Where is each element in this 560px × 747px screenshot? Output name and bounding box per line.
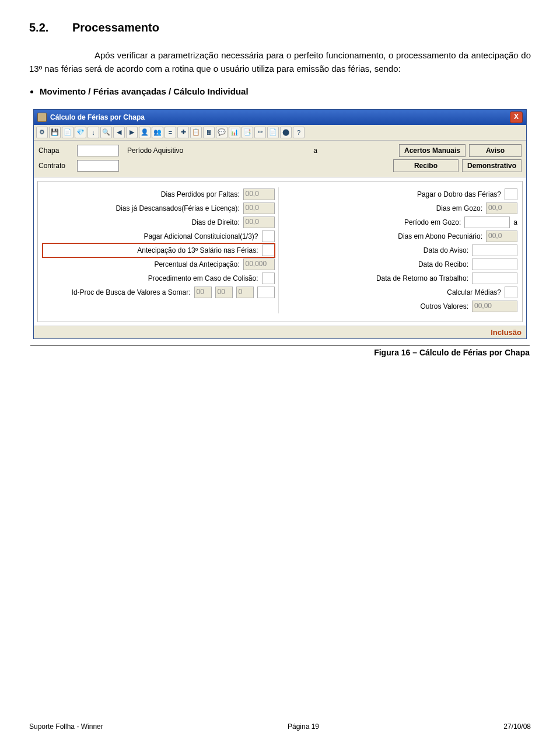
dialog-titlebar: Cálculo de Férias por Chapa X: [34, 110, 526, 125]
field-label: Calcular Médias?: [447, 288, 501, 296]
toolbar-button[interactable]: ◀: [113, 127, 125, 138]
toolbar-button[interactable]: ↓: [88, 127, 99, 138]
field-row: Dias Perdidos por Faltas: 00,0: [43, 187, 275, 201]
field-input[interactable]: [472, 259, 517, 270]
toolbar-button[interactable]: 🖩: [203, 127, 215, 138]
footer-left: Suporte Follha - Winner: [29, 722, 103, 731]
field-input[interactable]: 00,0: [243, 203, 275, 214]
field-label: Data do Aviso:: [424, 246, 468, 254]
field-input[interactable]: 00,000: [243, 259, 275, 270]
header-row: Chapa Período Aquisitivo a Acertos Manua…: [34, 141, 526, 177]
bullet-list: Movimento / Férias avançadas / Cálculo I…: [40, 86, 531, 96]
field-row: Data de Retorno ao Trabalho:: [286, 271, 518, 285]
field-row: Pagar Adicional Constituicional(1/3)?: [43, 229, 275, 243]
field-label: Outros Valores:: [421, 302, 468, 310]
field-row: Pagar o Dobro das Férias?: [286, 187, 518, 201]
field-row: Percentual da Antecipação: 00,000: [43, 257, 275, 271]
toolbar-button[interactable]: ?: [293, 127, 304, 138]
toolbar: ⚙ 💾 📄 💎 ↓ 🔍 ◀ ▶ 👤 👥 = ✚ 📋 🖩 💬 📊 📑 ✏ 📄 ⬤ …: [34, 125, 526, 141]
toolbar-button[interactable]: =: [164, 127, 176, 138]
right-column: Pagar o Dobro das Férias? Dias em Gozo: …: [279, 187, 518, 313]
toolbar-button[interactable]: ⚙: [36, 127, 48, 138]
footer-right: 27/10/08: [503, 722, 531, 731]
field-label: Dias em Abono Pecuniário:: [398, 232, 482, 240]
btn-demonstrativo[interactable]: Demonstrativo: [462, 159, 522, 172]
field-input[interactable]: 00: [215, 287, 233, 298]
toolbar-button[interactable]: 📊: [229, 127, 240, 138]
field-row-highlighted: Antecipação do 13º Salário nas Férias:: [43, 243, 275, 257]
field-label: Antecipação do 13º Salário nas Férias:: [137, 246, 258, 254]
field-row: Dias em Gozo: 00,0: [286, 201, 518, 215]
field-input[interactable]: [262, 273, 275, 284]
input-contrato[interactable]: [77, 160, 119, 172]
field-row: Outros Valores: 00,00: [286, 299, 518, 313]
field-label: Id-Proc de Busca de Valores a Somar:: [72, 288, 191, 296]
field-row: Dias de Direito: 00,0: [43, 215, 275, 229]
field-row: Calcular Médias?: [286, 285, 518, 299]
dialog-title: Cálculo de Férias por Chapa: [50, 113, 145, 121]
field-label: Procedimento em Caso de Colisão:: [148, 274, 258, 282]
field-input[interactable]: 00: [194, 287, 212, 298]
field-input[interactable]: [505, 189, 517, 200]
field-label: a: [513, 218, 517, 226]
field-label: Data de Retorno ao Trabalho:: [376, 274, 468, 282]
field-row: Data do Recibo:: [286, 257, 518, 271]
label-periodo: Período Aquisitivo: [127, 146, 209, 155]
field-input[interactable]: [464, 217, 510, 228]
field-label: Pagar Adicional Constituicional(1/3)?: [144, 232, 258, 240]
toolbar-button[interactable]: ⬤: [280, 127, 292, 138]
field-input[interactable]: [505, 287, 517, 298]
toolbar-button[interactable]: 📑: [242, 127, 253, 138]
field-input[interactable]: 00,0: [486, 231, 517, 242]
input-chapa[interactable]: [77, 145, 119, 156]
toolbar-button[interactable]: ▶: [126, 127, 138, 138]
field-label: Dias em Gozo:: [436, 204, 482, 212]
heading-number: 5.2.: [29, 21, 55, 34]
field-row: Dias já Descansados(Férias e Licença): 0…: [43, 201, 275, 215]
toolbar-button[interactable]: 👥: [152, 127, 163, 138]
field-input[interactable]: 0: [236, 287, 254, 298]
toolbar-button[interactable]: ✚: [177, 127, 189, 138]
field-label: Data do Recibo:: [418, 260, 468, 268]
field-input[interactable]: [257, 287, 275, 298]
toolbar-button[interactable]: 💎: [75, 127, 86, 138]
field-input[interactable]: 00,0: [243, 217, 275, 228]
btn-aviso[interactable]: Aviso: [469, 144, 522, 157]
label-a: a: [212, 146, 317, 155]
field-label: Pagar o Dobro das Férias?: [417, 190, 501, 198]
toolbar-button[interactable]: 📄: [62, 127, 74, 138]
toolbar-button[interactable]: 💬: [216, 127, 228, 138]
toolbar-button[interactable]: ✏: [254, 127, 266, 138]
field-row: Data do Aviso:: [286, 243, 518, 257]
field-row-idproc: Id-Proc de Busca de Valores a Somar: 00 …: [43, 285, 275, 299]
footer-center: Página 19: [288, 722, 319, 731]
field-input[interactable]: 00,0: [243, 189, 275, 200]
field-input[interactable]: [472, 245, 517, 256]
btn-recibo[interactable]: Recibo: [393, 159, 459, 172]
field-input[interactable]: [262, 231, 275, 242]
field-row: Dias em Abono Pecuniário: 00,0: [286, 229, 518, 243]
field-input[interactable]: [262, 245, 275, 256]
toolbar-button[interactable]: 📄: [267, 127, 279, 138]
close-icon[interactable]: X: [510, 111, 523, 123]
field-label: Dias já Descansados(Férias e Licença):: [116, 204, 239, 212]
toolbar-button[interactable]: 💾: [49, 127, 61, 138]
toolbar-button[interactable]: 📋: [190, 127, 202, 138]
btn-acertos-manuais[interactable]: Acertos Manuais: [399, 144, 466, 157]
app-icon: [37, 113, 47, 122]
field-row: Procedimento em Caso de Colisão:: [43, 271, 275, 285]
section-heading: 5.2. Processamento: [29, 21, 531, 34]
toolbar-button[interactable]: 🔍: [100, 127, 112, 138]
intro-paragraph: Após verificar a parametrização necessár…: [29, 48, 531, 76]
left-column: Dias Perdidos por Faltas: 00,0 Dias já D…: [43, 187, 279, 313]
field-label: Dias de Direito:: [191, 218, 239, 226]
field-label: Dias Perdidos por Faltas:: [161, 190, 240, 198]
field-input[interactable]: [472, 273, 517, 284]
field-input[interactable]: 00,00: [472, 301, 517, 312]
field-input[interactable]: 00,0: [486, 203, 517, 214]
status-bar: Inclusão: [34, 326, 526, 338]
figure-caption: Figura 16 – Cálculo de Férias por Chapa: [30, 345, 530, 357]
field-row: Período em Gozo: a: [286, 215, 518, 229]
toolbar-button[interactable]: 👤: [139, 127, 150, 138]
dialog-window: Cálculo de Férias por Chapa X ⚙ 💾 📄 💎 ↓ …: [33, 109, 527, 339]
